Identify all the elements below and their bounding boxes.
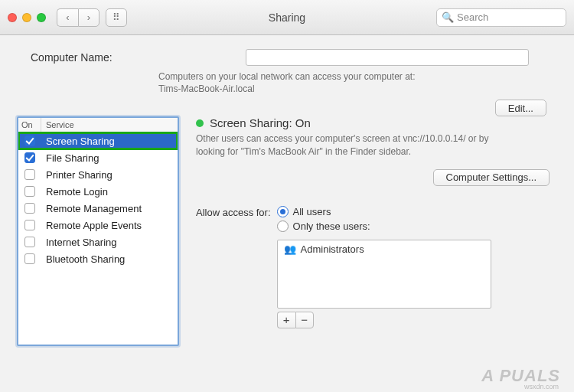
service-row[interactable]: Bluetooth Sharing [18,250,178,267]
minimize-icon[interactable] [22,13,31,22]
service-detail: Screen Sharing: On Other users can acces… [196,116,557,346]
computer-name-help: Computers on your local network can acce… [158,70,557,95]
toolbar: ‹ › ⠿ Sharing 🔍 Search [0,0,574,35]
help-line-2: Tims-MacBook-Air.local [158,83,255,94]
window-controls [8,13,46,22]
service-row[interactable]: Screen Sharing [18,132,178,149]
search-icon: 🔍 [442,11,454,23]
computer-settings-button[interactable]: Computer Settings... [433,169,550,186]
service-checkbox[interactable] [24,253,35,264]
header-on: On [18,118,41,132]
zoom-icon[interactable] [37,13,46,22]
service-label: Remote Login [41,186,178,198]
allowed-user-item[interactable]: Administrators [301,243,364,255]
service-row[interactable]: Remote Apple Events [18,217,178,234]
edit-hostname-button[interactable]: Edit... [495,100,546,116]
help-line-1: Computers on your local network can acce… [158,71,415,82]
allow-only-users-option[interactable]: Only these users: [277,220,491,232]
service-checkbox[interactable] [24,169,35,180]
computer-name-label: Computer Name: [31,51,113,64]
allow-only-radio[interactable] [277,220,289,232]
users-group-icon: 👥 [284,243,296,255]
service-row[interactable]: Remote Login [18,183,178,200]
main-split: On Service Screen SharingFile SharingPri… [17,116,557,346]
header-service: Service [41,118,178,132]
add-user-button[interactable]: + [277,312,295,328]
allow-access-group: Allow access for: All users Only these u… [196,206,557,328]
service-row[interactable]: Printer Sharing [18,166,178,183]
allow-only-label: Only these users: [293,220,370,232]
remove-user-button[interactable]: − [295,312,314,328]
service-checkbox[interactable] [24,203,35,214]
status-title: Screen Sharing: On [210,116,311,129]
service-checkbox[interactable] [24,136,35,146]
service-row[interactable]: Internet Sharing [18,234,178,250]
nav-back-forward: ‹ › [57,8,99,27]
status-dot-icon [196,119,204,127]
service-label: Internet Sharing [41,237,178,248]
forward-button[interactable]: › [78,8,99,27]
service-checkbox[interactable] [24,220,35,230]
status-line: Screen Sharing: On [196,116,557,129]
service-label: Bluetooth Sharing [41,253,178,265]
service-label: Remote Apple Events [41,220,178,231]
service-label: Remote Management [41,203,178,214]
content-area: Computer Name: Computers on your local n… [0,35,574,392]
service-label: Screen Sharing [41,136,178,147]
services-list[interactable]: On Service Screen SharingFile SharingPri… [17,116,179,346]
allowed-users-list[interactable]: 👥 Administrators [277,240,491,309]
status-description: Other users can access your computer's s… [196,132,517,158]
search-field[interactable]: 🔍 Search [436,8,566,27]
service-label: Printer Sharing [41,169,178,181]
computer-name-row: Computer Name: [31,49,557,66]
allow-all-users-option[interactable]: All users [277,206,491,217]
show-all-prefs-button[interactable]: ⠿ [106,8,127,27]
service-label: File Sharing [41,152,178,164]
services-header: On Service [18,118,178,132]
service-checkbox[interactable] [24,152,35,163]
search-placeholder: Search [457,11,488,23]
allow-all-label: All users [293,206,331,217]
service-checkbox[interactable] [24,186,35,197]
back-button[interactable]: ‹ [57,8,78,27]
watermark-site: wsxdn.com [524,383,559,390]
user-add-remove: + − [277,312,491,328]
service-row[interactable]: File Sharing [18,149,178,166]
close-icon[interactable] [8,13,17,22]
service-row[interactable]: Remote Management [18,200,178,217]
service-checkbox[interactable] [24,237,35,247]
allow-access-label: Allow access for: [196,206,271,328]
allow-all-radio[interactable] [277,206,289,217]
computer-name-field[interactable] [246,49,529,66]
